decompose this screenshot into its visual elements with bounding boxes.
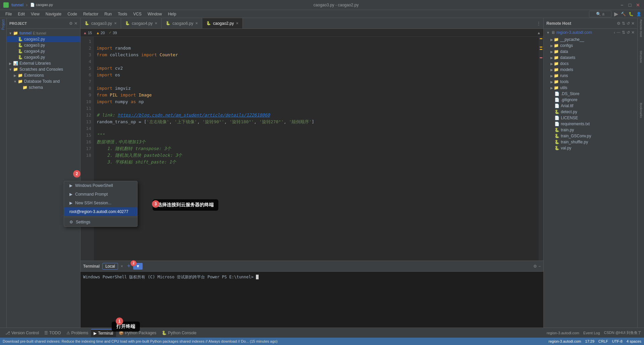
annotation-number-2: 2 (73, 170, 80, 178)
menu-help[interactable]: Help (165, 11, 179, 17)
server-more[interactable]: ⋯ (616, 30, 621, 35)
run-button[interactable]: ▶ (614, 11, 618, 17)
tree-schema[interactable]: 📁 schema (7, 84, 80, 90)
remote-tools[interactable]: ▶ 📁 tools (544, 79, 637, 85)
tree-tunnel-root[interactable]: ▼ 📁 tunnel E:\tunnel (7, 30, 80, 36)
menu-code[interactable]: Code (65, 11, 80, 17)
status-region[interactable]: region-3.autodl.com (547, 331, 579, 335)
expand-warnings[interactable]: ▲ (537, 31, 541, 35)
code-content[interactable]: import random from collections import Co… (94, 37, 539, 261)
menu-run[interactable]: Run (102, 11, 114, 17)
remote-server-row[interactable]: ▼ 🖥 region-3.autodl.com ‹ ⋯ ⇅ ↺ ✕ (544, 29, 637, 37)
code-editor[interactable]: 1 2 3 4 5 6 7 8 9 10 11 12 13 14 (80, 37, 543, 261)
status-indent[interactable]: 4 spaces (627, 339, 641, 343)
tab-caogao3[interactable]: 🐍 caogao3.py ✕ (80, 18, 121, 28)
tree-caogao2[interactable]: 🐍 caogao2.py (7, 36, 80, 42)
minimize-terminal-icon[interactable]: − (538, 264, 541, 269)
menu-refactor[interactable]: Refactor (80, 11, 101, 17)
tree-extensions[interactable]: ▶ 📁 Extensions (7, 72, 80, 78)
remote-data[interactable]: ▶ 📁 data (544, 49, 637, 55)
remote-host-strip[interactable]: Remote Host (639, 19, 643, 37)
debug-button[interactable]: 🐛 (629, 12, 634, 16)
status-crlf[interactable]: CRLF (598, 339, 608, 343)
tree-caogao6[interactable]: 🐍 caogao6.py (7, 54, 80, 60)
remote-refresh-icon[interactable]: ↺ (627, 21, 630, 26)
remote-models[interactable]: ▶ 📁 models (544, 67, 637, 73)
bookmarks-strip[interactable]: Bookmarks (639, 103, 643, 118)
remote-docs[interactable]: ▶ 📁 docs (544, 61, 637, 67)
remote-expand-icon[interactable]: ⇅ (622, 21, 625, 26)
menu-file[interactable]: File (3, 11, 14, 17)
tab-caogao2[interactable]: 🐍 caogao2.py ✕ (202, 18, 243, 28)
settings-icon[interactable]: ⚙ (533, 264, 537, 269)
tab-more-button[interactable]: ⋮ (534, 18, 543, 28)
remote-license[interactable]: 📄 LICENSE (544, 115, 637, 121)
tree-external-libs[interactable]: ▶ 📊 External Libraries (7, 60, 80, 66)
tree-caogao4[interactable]: 🐍 caogao4.py (7, 48, 80, 54)
remote-train-shuffle[interactable]: 🐍 train_shuffle.py (544, 139, 637, 145)
close-button[interactable]: ✕ (635, 2, 641, 8)
minimize-button[interactable]: − (619, 2, 625, 8)
status-event-log[interactable]: Event Log (583, 331, 600, 335)
close-tab-caogao2[interactable]: ✕ (236, 21, 238, 25)
menu-tools[interactable]: Tools (115, 11, 130, 17)
menu-settings[interactable]: ⚙ Settings (64, 218, 137, 226)
project-strip[interactable]: Project (1, 19, 5, 30)
tab-version-control[interactable]: ⎇ Version Control (3, 329, 42, 337)
remote-settings-icon[interactable]: ⚙ (617, 21, 621, 26)
close-tab-caogao3[interactable]: ✕ (114, 21, 117, 25)
remote-gitignore[interactable]: 📄 .gitignore (544, 97, 637, 103)
local-tab[interactable]: Local (102, 263, 118, 270)
status-encoding[interactable]: UTF-8 (612, 339, 623, 343)
close-panel-icon[interactable]: ✕ (74, 21, 77, 26)
remote-requirements[interactable]: 📄 requirements.txt (544, 121, 637, 127)
remote-detect[interactable]: 🐍 detect.py (544, 109, 637, 115)
remote-configs[interactable]: ▶ 📁 configs (544, 43, 637, 49)
tree-database-tools[interactable]: ▼ 📁 Database Tools and (7, 78, 80, 84)
terminal-content[interactable]: Windows PowerShell 版权所有 (C) Microso 尝试新的… (80, 272, 543, 328)
remote-train[interactable]: 🐍 train.py (544, 127, 637, 133)
remote-runs[interactable]: ▶ 📁 runs (544, 73, 637, 79)
remote-ds-store[interactable]: 📄 .DS_Store (544, 91, 637, 97)
menu-edit[interactable]: Edit (15, 11, 28, 17)
add-terminal-button[interactable]: + (127, 263, 131, 270)
tab-python-console[interactable]: 🐍 Python Console (159, 329, 199, 337)
menu-vcs[interactable]: VCS (130, 11, 144, 17)
gear-icon[interactable]: ⚙ (69, 21, 73, 26)
tab-caogao4[interactable]: 🐍 caogao4.py ✕ (121, 18, 162, 28)
remote-utils[interactable]: ▶ 📁 utils (544, 85, 637, 91)
menu-root-region[interactable]: root@region-3.autodl.com:40277 (64, 207, 137, 216)
maximize-button[interactable]: □ (627, 2, 633, 8)
tab-todo[interactable]: ☰ TODO (42, 329, 63, 337)
close-local-tab[interactable]: × (121, 264, 123, 269)
collapse-icon: ▶ (550, 86, 553, 90)
close-tab-caogao6[interactable]: ✕ (195, 21, 198, 25)
menu-new-ssh[interactable]: ▶ New SSH Session... (64, 199, 137, 207)
close-tab-caogao4[interactable]: ✕ (155, 21, 157, 25)
tab-problems[interactable]: ⚠ Problems (64, 329, 91, 337)
search-everywhere[interactable]: 🔍 a (589, 11, 611, 17)
remote-train-gsconv[interactable]: 🐍 train_GSConv.py (544, 133, 637, 139)
structure-strip[interactable]: Structure (639, 51, 643, 63)
server-refresh[interactable]: ↺ (627, 30, 630, 35)
build-button[interactable]: 🔨 (621, 12, 626, 16)
tree-caogao3[interactable]: 🐍 caogao3.py (7, 42, 80, 48)
server-expand[interactable]: ⇅ (622, 30, 625, 35)
remote-arial[interactable]: 📄 Arial.ttf (544, 103, 637, 109)
tree-scratches[interactable]: ▼ 📁 Scratches and Consoles (7, 66, 80, 72)
remote-pycache[interactable]: ▶ 📁 __pycache__ (544, 37, 637, 43)
menu-window[interactable]: Window (145, 11, 165, 17)
status-server[interactable]: region-3.autodl.com (548, 339, 581, 343)
menu-view[interactable]: View (28, 11, 42, 17)
remote-close-icon[interactable]: ✕ (631, 21, 635, 26)
menu-command-prompt[interactable]: ▶ Command Prompt (64, 190, 137, 199)
profile-button[interactable]: 👤 (636, 12, 641, 16)
menu-navigate[interactable]: Navigate (43, 11, 64, 17)
folder-icon: 📁 (554, 61, 559, 66)
remote-val[interactable]: 🐍 val.py (544, 145, 637, 151)
remote-datasets[interactable]: ▶ 📁 datasets (544, 55, 637, 61)
menu-windows-powershell[interactable]: ▶ Windows PowerShell (64, 181, 137, 190)
server-arrow-left[interactable]: ‹ (614, 30, 615, 35)
tab-caogao6[interactable]: 🐍 caogao6.py ✕ (162, 18, 202, 28)
server-close[interactable]: ✕ (631, 30, 635, 35)
